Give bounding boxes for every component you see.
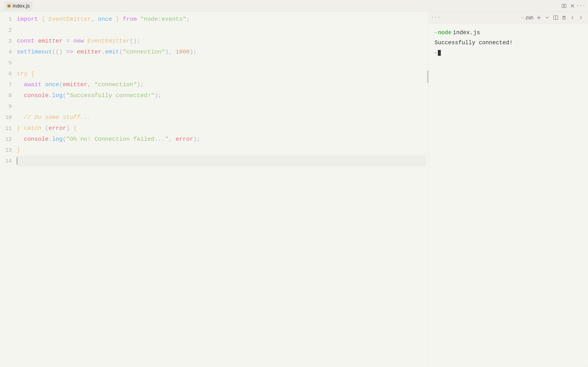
- main-content: 1 2 3 4 5 6 7 8 9 10 11 12 13 14: [0, 12, 588, 367]
- terminal-pane: ··· → zsh: [428, 12, 588, 367]
- code-line-13: }: [17, 145, 426, 156]
- line-num-8: 8: [9, 90, 12, 101]
- more-options-button[interactable]: ···: [578, 3, 584, 9]
- line-num-14: 14: [5, 156, 12, 167]
- code-area: 1 2 3 4 5 6 7 8 9 10 11 12 13 14: [0, 12, 428, 367]
- terminal-body: → node index.js Successfully connected! …: [429, 24, 588, 367]
- line-num-10: 10: [5, 112, 12, 123]
- svg-rect-2: [562, 4, 564, 8]
- terminal-more-button[interactable]: ···: [433, 15, 439, 21]
- line-num-9: 9: [9, 101, 12, 112]
- file-tab[interactable]: JS index.js: [4, 2, 33, 10]
- prompt-arrow-2: →: [434, 48, 437, 58]
- line-num-11: 11: [5, 123, 12, 134]
- svg-rect-3: [564, 4, 566, 8]
- terminal-arrow-icon: →: [520, 15, 524, 20]
- tab-filename: index.js: [13, 3, 30, 9]
- line-num-3: 3: [9, 36, 12, 47]
- shell-name: zsh: [526, 15, 533, 21]
- add-terminal-button[interactable]: [536, 15, 542, 21]
- node-filename: index.js: [453, 28, 480, 38]
- line-num-7: 7: [9, 79, 12, 90]
- line-num-13: 13: [5, 145, 12, 156]
- code-line-7: await once(emitter, "connection");: [17, 79, 426, 90]
- code-line-14: [17, 156, 426, 167]
- code-line-12: console.log("Oh no! Connection failed...…: [17, 134, 426, 145]
- delete-terminal-button[interactable]: [561, 15, 567, 21]
- prev-terminal-button[interactable]: [570, 15, 575, 21]
- prompt-arrow: →: [434, 28, 437, 38]
- code-line-1: import { EventEmitter, once } from "node…: [17, 14, 426, 25]
- terminal-output-line: Successfully connected!: [434, 38, 583, 48]
- code-line-5: [17, 58, 426, 68]
- code-line-9: [17, 101, 426, 112]
- editor-scrollbar[interactable]: [427, 12, 428, 367]
- terminal-chevron-button[interactable]: [544, 15, 550, 21]
- line-num-1: 1: [9, 14, 12, 25]
- line-numbers: 1 2 3 4 5 6 7 8 9 10 11 12 13 14: [0, 14, 15, 365]
- split-terminal-button[interactable]: [553, 15, 559, 21]
- title-bar: JS index.js ···: [0, 0, 588, 12]
- line-num-12: 12: [5, 134, 12, 145]
- close-editor-button[interactable]: [570, 3, 575, 9]
- svg-text:JS: JS: [8, 5, 10, 8]
- code-content: import { EventEmitter, once } from "node…: [15, 14, 428, 365]
- next-terminal-button[interactable]: [578, 15, 584, 21]
- line-num-6: 6: [9, 68, 12, 79]
- code-line-6: try {: [17, 68, 426, 79]
- app-window: JS index.js ···: [0, 0, 588, 367]
- terminal-cursor: [438, 50, 441, 56]
- terminal-cursor-line: →: [434, 48, 583, 58]
- line-num-5: 5: [9, 58, 12, 68]
- terminal-output-text: Successfully connected!: [434, 38, 513, 48]
- code-line-10: // Do some stuff...: [17, 112, 426, 123]
- code-line-2: [17, 25, 426, 36]
- line-num-2: 2: [9, 25, 12, 36]
- scrollbar-thumb: [427, 70, 428, 83]
- split-editor-button[interactable]: [561, 3, 567, 9]
- js-file-icon: JS: [7, 4, 11, 8]
- code-line-3: const emitter = new EventEmitter();: [17, 36, 426, 47]
- title-bar-controls: ···: [561, 3, 584, 9]
- shell-label: → zsh: [520, 15, 533, 21]
- line-num-4: 4: [9, 47, 12, 58]
- code-line-8: console.log("Successfully connected!");: [17, 90, 426, 101]
- node-keyword: node: [438, 28, 451, 38]
- terminal-title-bar: ··· → zsh: [429, 12, 588, 24]
- terminal-command-line: → node index.js: [434, 28, 583, 38]
- code-line-11: } catch (error) {: [17, 123, 426, 134]
- svg-rect-10: [563, 17, 565, 19]
- editor-pane[interactable]: 1 2 3 4 5 6 7 8 9 10 11 12 13 14: [0, 12, 428, 367]
- code-line-4: setTimeout(() => emitter.emit("connectio…: [17, 47, 426, 58]
